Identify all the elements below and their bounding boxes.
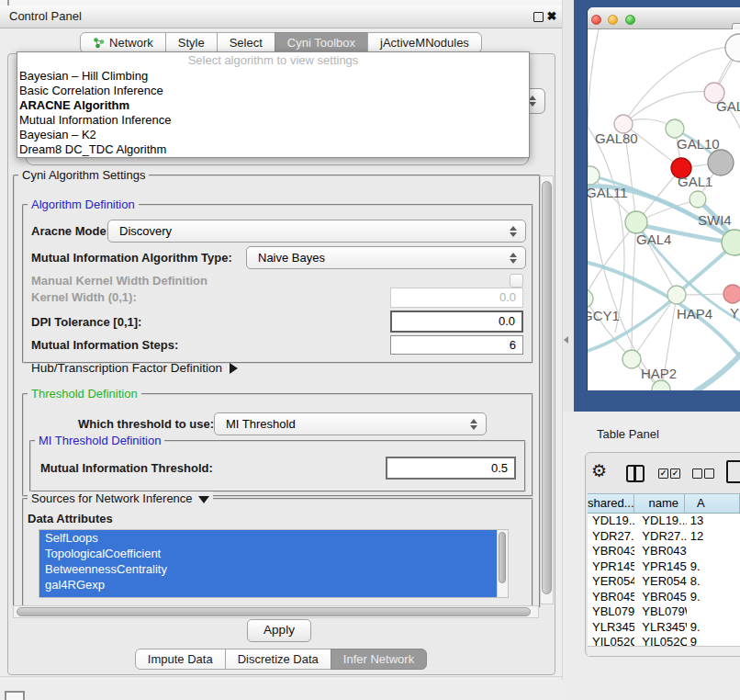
table-row[interactable]: YBR043CYBR043C [588, 544, 740, 559]
float-panel-icon[interactable] [533, 12, 544, 22]
table-cell: 9 [687, 635, 740, 646]
close-panel-icon[interactable]: ✖ [544, 7, 560, 26]
network-node[interactable] [667, 286, 686, 304]
hub-definition-toggle[interactable]: Hub/Transcription Factor Definition [31, 360, 238, 377]
algorithm-option-mutual-information-inference[interactable]: Mutual Information Inference [17, 113, 529, 128]
attribute-item[interactable]: BetweennessCentrality [39, 561, 503, 577]
tab-impute-data[interactable]: Impute Data [135, 649, 226, 670]
network-node[interactable] [625, 211, 647, 233]
mi-threshold-field[interactable]: 0.5 [386, 457, 516, 480]
algorithm-dropdown-placeholder: Select algorithm to view settings [17, 52, 529, 69]
column-header-shared[interactable]: shared... [588, 494, 634, 514]
tab-infer-network[interactable]: Infer Network [331, 649, 427, 670]
sources-title: Sources for Network Inference [31, 491, 193, 505]
network-view-panel: GALGAL80GAL10GAL1GAL11GAL4SWI4HAP4YGCY1H… [574, 0, 740, 412]
apply-button[interactable]: Apply [247, 619, 311, 642]
column-header-a[interactable]: A [685, 494, 740, 514]
which-threshold-select[interactable]: MI Threshold [214, 412, 487, 435]
tab-cyni-toolbox[interactable]: Cyni Toolbox [275, 32, 368, 53]
aracne-mode-value: Discovery [119, 224, 172, 238]
network-edge[interactable] [588, 222, 636, 298]
window-close-icon[interactable] [591, 15, 601, 25]
attribute-item[interactable]: TopologicalCoefficient [39, 546, 503, 561]
manual-kernel-width-checkbox[interactable] [510, 274, 523, 288]
table-row[interactable]: YBR045CYBR045C9. [588, 590, 740, 605]
algorithm-option-basic-correlation-inference[interactable]: Basic Correlation Inference [17, 84, 529, 98]
column-header-name[interactable]: name [634, 494, 685, 514]
network-node[interactable] [690, 191, 706, 208]
unchecked-box-icon[interactable] [692, 469, 702, 479]
cyni-algorithm-settings-title: Cyni Algorithm Settings [18, 168, 149, 182]
network-node[interactable] [622, 350, 641, 368]
node-label-gal4: GAL4 [636, 231, 671, 247]
tab-select[interactable]: Select [217, 32, 275, 53]
window-minimize-icon[interactable] [608, 15, 618, 25]
algorithm-option-aracne-algorithm[interactable]: ARACNE Algorithm [17, 98, 529, 113]
tab-discretize-data[interactable]: Discretize Data [225, 649, 331, 670]
dpi-tolerance-field[interactable]: 0.0 [390, 310, 523, 333]
control-panel-title: Control Panel [9, 6, 82, 28]
network-canvas[interactable]: GALGAL80GAL10GAL1GAL11GAL4SWI4HAP4YGCY1H… [588, 29, 740, 390]
table-cell: YLR345W [588, 620, 634, 636]
table-mode-icon[interactable] [726, 460, 740, 483]
attribute-item[interactable] [39, 593, 503, 598]
window-zoom-icon[interactable] [625, 15, 635, 25]
minimized-panel-icon[interactable] [5, 691, 25, 700]
tab-label: Select [230, 33, 263, 52]
gear-icon[interactable]: ⚙ [591, 460, 607, 482]
network-node[interactable] [708, 150, 734, 175]
settings-horizontal-thumb[interactable] [17, 607, 531, 616]
table-header: shared...nameA [588, 493, 740, 514]
tab-jactivemnodules[interactable]: jActiveMNodules [367, 32, 482, 53]
tab-style[interactable]: Style [165, 32, 218, 53]
list-scrollbar-thumb[interactable] [499, 532, 506, 583]
table-cell: 9. [687, 559, 740, 575]
tab-network[interactable]: Network [80, 32, 166, 53]
table-row[interactable]: YDL19...YDL19...13 [588, 514, 740, 529]
checked-box-icon[interactable]: ✓ [670, 469, 680, 479]
network-node[interactable] [588, 289, 593, 308]
attribute-item[interactable]: SelfLoops [39, 530, 503, 546]
network-node[interactable] [666, 119, 684, 138]
table-cell: YIL052C [634, 635, 686, 646]
table-cell: YPR145W [588, 559, 634, 575]
table-cell: YER054C [634, 574, 686, 590]
algorithm-option-bayesian-hill-climbing[interactable]: Bayesian – Hill Climbing [17, 69, 529, 84]
attribute-item[interactable]: gal4RGexp [39, 577, 503, 593]
settings-vertical-thumb[interactable] [542, 181, 552, 594]
mi-steps-label: Mutual Information Steps: [31, 335, 178, 355]
table-horizontal-scrollbar[interactable] [588, 646, 740, 656]
sources-toggle[interactable]: Sources for Network Inference [28, 491, 213, 505]
table-row[interactable]: YBL079WYBL079W [588, 604, 740, 620]
algorithm-combobox-edge[interactable] [527, 88, 545, 114]
tab-label: Discretize Data [238, 649, 319, 669]
table-row[interactable]: YDR27...YDR27...12 [588, 529, 740, 545]
unchecked-box-icon[interactable] [704, 469, 714, 479]
collapsed-arrow-icon [230, 363, 238, 374]
aracne-mode-select[interactable]: Discovery [107, 220, 526, 243]
network-node[interactable] [725, 34, 740, 62]
table-row[interactable]: YER054CYER054C8. [588, 574, 740, 590]
table-row[interactable]: YLR345WYLR345W9. [588, 620, 740, 636]
data-attributes-list[interactable]: SelfLoopsTopologicalCoefficientBetweenne… [39, 529, 509, 598]
mi-algorithm-type-select[interactable]: Naive Bayes [246, 246, 526, 269]
table-cell: 9. [687, 620, 740, 636]
kernel-width-field[interactable]: 0.0 [390, 288, 523, 308]
algorithm-option-dream8-dc-tdc-algorithm[interactable]: Dream8 DC_TDC Algorithm [17, 142, 529, 157]
network-window[interactable]: GALGAL80GAL10GAL1GAL11GAL4SWI4HAP4YGCY1H… [588, 7, 740, 390]
table-cell: YBL079W [634, 604, 686, 620]
stepper-icon [510, 252, 518, 265]
split-collapse-icon[interactable] [564, 336, 568, 344]
checked-box-icon[interactable]: ✓ [658, 469, 668, 479]
algorithm-option-bayesian-k2[interactable]: Bayesian – K2 [17, 128, 529, 142]
list-scrollbar[interactable] [497, 530, 508, 597]
table-row[interactable]: YPR145WYPR145W9. [588, 559, 740, 575]
bottom-tabstrip: Impute DataDiscretize DataInfer Network [0, 649, 562, 670]
network-node[interactable] [723, 285, 740, 303]
mi-steps-field[interactable]: 6 [390, 335, 523, 355]
node-label-gal10: GAL10 [677, 136, 720, 152]
network-edge[interactable] [633, 295, 677, 358]
table-row[interactable]: YIL052CYIL052C9 [588, 635, 740, 646]
table-panel-title: Table Panel [597, 426, 659, 443]
columns-icon[interactable] [626, 465, 645, 482]
